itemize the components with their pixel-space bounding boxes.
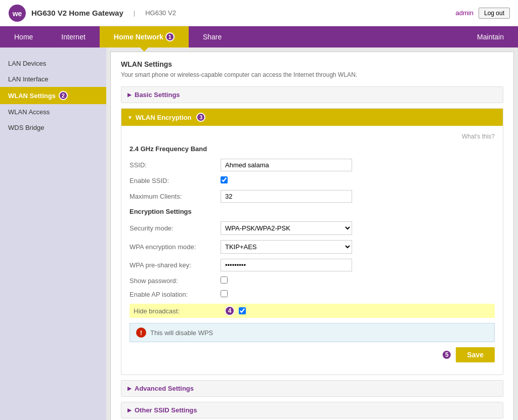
hide-broadcast-row: Hide broadcast: 4 xyxy=(130,304,495,318)
sidebar-label-wlan-settings: WLAN Settings xyxy=(8,92,56,100)
content-area: WLAN Settings Your smart phone or wirele… xyxy=(110,52,514,420)
sidebar-label-lan-devices: LAN Devices xyxy=(8,60,46,67)
other-ssid-label: Other SSID Settings xyxy=(135,406,197,414)
ssid-row: SSID: xyxy=(130,159,495,171)
logo-area: we HG630 V2 Home Gateway | HG630 V2 xyxy=(8,4,176,22)
show-password-checkbox[interactable] xyxy=(221,276,228,284)
wlan-encryption-label: WLAN Encryption xyxy=(136,114,192,121)
max-clients-control xyxy=(221,190,352,203)
basic-settings-label: Basic Settings xyxy=(135,91,180,99)
show-password-control xyxy=(221,276,352,285)
ap-isolation-checkbox[interactable] xyxy=(221,290,228,297)
sidebar-label-wlan-access: WLAN Access xyxy=(8,108,50,116)
save-button-row: 5 Save xyxy=(130,347,495,362)
encryption-settings-title: Encryption Settings xyxy=(130,208,495,215)
basic-settings-section: ▶ Basic Settings xyxy=(121,86,503,103)
other-ssid-header[interactable]: ▶ Other SSID Settings xyxy=(121,402,503,418)
nav-label-maintain: Maintain xyxy=(477,33,504,41)
warning-text: This will disable WPS xyxy=(150,329,213,337)
header-title: HG630 V2 Home Gateway xyxy=(31,9,123,17)
logout-button[interactable]: Log out xyxy=(479,8,510,19)
nav-item-internet[interactable]: Internet xyxy=(47,26,99,48)
advanced-settings-header[interactable]: ▶ Advanced Settings xyxy=(121,381,503,396)
save-badge: 5 xyxy=(442,350,452,360)
hide-broadcast-badge: 4 xyxy=(225,306,235,316)
admin-label: admin xyxy=(456,9,473,17)
psk-row: WPA pre-shared key: xyxy=(130,259,495,271)
we-logo: we xyxy=(8,4,26,22)
save-button[interactable]: Save xyxy=(456,347,495,362)
ssid-input[interactable] xyxy=(221,159,352,171)
page-title: WLAN Settings xyxy=(121,60,503,68)
wpa-mode-control: TKIP+AES TKIP AES xyxy=(221,240,352,254)
nav-item-home[interactable]: Home xyxy=(0,26,47,48)
sidebar-item-wlan-access[interactable]: WLAN Access xyxy=(0,104,106,120)
wpa-mode-select[interactable]: TKIP+AES TKIP AES xyxy=(221,240,352,254)
psk-label: WPA pre-shared key: xyxy=(130,261,221,269)
nav-item-share[interactable]: Share xyxy=(189,26,236,48)
wlan-encryption-header[interactable]: ▼ WLAN Encryption 3 xyxy=(121,109,503,126)
wlan-encryption-section: ▼ WLAN Encryption 3 What's this? 2.4 GHz… xyxy=(121,108,503,375)
security-mode-select[interactable]: WPA-PSK/WPA2-PSK WPA-PSK WPA2-PSK None xyxy=(221,221,352,235)
ap-isolation-control xyxy=(221,290,352,299)
show-password-label: Show password: xyxy=(130,277,221,285)
nav-bar: Home Internet Home Network 1 Share Maint… xyxy=(0,26,518,48)
ssid-control xyxy=(221,159,352,171)
header-divider: | xyxy=(134,9,135,17)
sidebar-item-lan-devices[interactable]: LAN Devices xyxy=(0,56,106,71)
basic-settings-header[interactable]: ▶ Basic Settings xyxy=(121,87,503,103)
wpa-mode-label: WPA encryption mode: xyxy=(130,243,221,251)
sidebar-item-lan-interface[interactable]: LAN Interface xyxy=(0,71,106,87)
header-subtitle: HG630 V2 xyxy=(145,9,176,17)
other-ssid-arrow: ▶ xyxy=(127,407,132,413)
psk-control xyxy=(221,259,352,271)
sidebar: LAN Devices LAN Interface WLAN Settings … xyxy=(0,48,106,420)
show-password-row: Show password: xyxy=(130,276,495,285)
wpa-mode-row: WPA encryption mode: TKIP+AES TKIP AES xyxy=(130,240,495,254)
header: we HG630 V2 Home Gateway | HG630 V2 admi… xyxy=(0,0,518,26)
wlan-encryption-badge: 3 xyxy=(196,113,205,122)
warning-icon: ! xyxy=(136,328,146,338)
sidebar-item-wlan-settings[interactable]: WLAN Settings 2 xyxy=(0,87,106,104)
enable-ssid-checkbox[interactable] xyxy=(221,176,228,183)
wlan-encryption-body: What's this? 2.4 GHz Frequency Band SSID… xyxy=(121,126,503,375)
svg-text:we: we xyxy=(12,10,22,18)
enable-ssid-label: Enable SSID: xyxy=(130,177,221,184)
nav-item-maintain[interactable]: Maintain xyxy=(463,26,518,48)
sidebar-item-wds-bridge[interactable]: WDS Bridge xyxy=(0,120,106,135)
ap-isolation-label: Enable AP isolation: xyxy=(130,291,221,298)
advanced-settings-arrow: ▶ xyxy=(127,386,132,391)
security-mode-control: WPA-PSK/WPA2-PSK WPA-PSK WPA2-PSK None xyxy=(221,221,352,235)
other-ssid-section: ▶ Other SSID Settings xyxy=(121,402,503,418)
enable-ssid-control xyxy=(221,176,352,185)
security-mode-label: Security mode: xyxy=(130,224,221,232)
nav-badge-home-network: 1 xyxy=(165,32,175,41)
psk-input[interactable] xyxy=(221,259,352,271)
enable-ssid-row: Enable SSID: xyxy=(130,176,495,185)
max-clients-label: Maximum Clients: xyxy=(130,193,221,200)
hide-broadcast-label: Hide broadcast: xyxy=(134,307,225,315)
nav-label-home-network: Home Network xyxy=(114,33,163,41)
warning-box: ! This will disable WPS xyxy=(130,323,495,342)
wlan-encryption-arrow: ▼ xyxy=(127,115,133,120)
advanced-settings-label: Advanced Settings xyxy=(135,385,194,392)
page-description: Your smart phone or wireless-capable com… xyxy=(121,71,503,78)
nav-label-home: Home xyxy=(14,33,33,41)
max-clients-row: Maximum Clients: xyxy=(130,190,495,203)
freq-band-title: 2.4 GHz Frequency Band xyxy=(130,145,495,153)
security-mode-row: Security mode: WPA-PSK/WPA2-PSK WPA-PSK … xyxy=(130,221,495,235)
sidebar-label-lan-interface: LAN Interface xyxy=(8,75,49,83)
hide-broadcast-control: 4 xyxy=(225,306,356,316)
hide-broadcast-checkbox[interactable] xyxy=(239,307,246,314)
sidebar-badge-wlan-settings: 2 xyxy=(59,91,68,100)
sidebar-label-wds-bridge: WDS Bridge xyxy=(8,124,45,131)
main-layout: LAN Devices LAN Interface WLAN Settings … xyxy=(0,48,518,420)
advanced-settings-section: ▶ Advanced Settings xyxy=(121,380,503,397)
nav-label-share: Share xyxy=(203,33,222,41)
whats-this-link[interactable]: What's this? xyxy=(130,133,495,140)
max-clients-input[interactable] xyxy=(221,190,352,203)
nav-item-home-network[interactable]: Home Network 1 xyxy=(100,26,189,48)
ssid-label: SSID: xyxy=(130,161,221,169)
nav-label-internet: Internet xyxy=(61,33,85,41)
basic-settings-arrow: ▶ xyxy=(127,92,132,98)
